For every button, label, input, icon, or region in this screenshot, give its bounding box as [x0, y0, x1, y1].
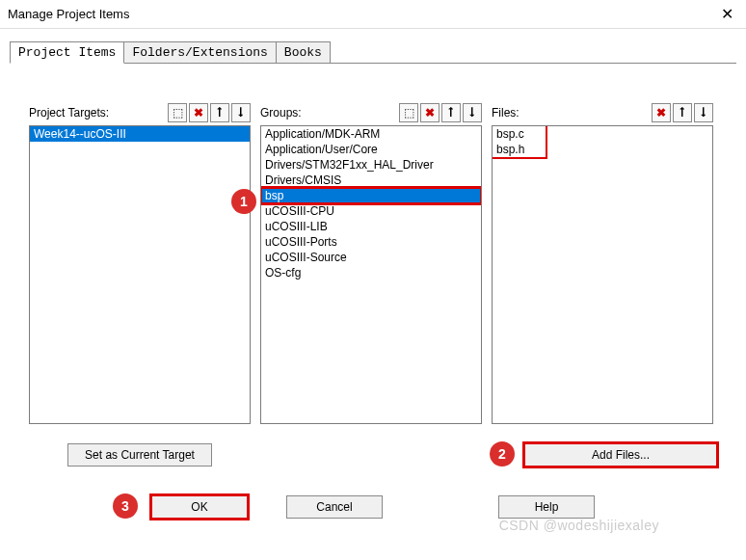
help-button[interactable]: Help [498, 495, 595, 519]
groups-label: Groups: [260, 106, 397, 120]
ok-button[interactable]: OK [151, 495, 248, 519]
close-icon[interactable]: ✕ [715, 5, 738, 23]
bottom-button-row: 3 OK Cancel Help [10, 495, 736, 528]
column-files: Files: ✖ 🠕 🠗 bsp.c bsp.h [492, 102, 713, 424]
panel-area: Project Targets: ⬚ ✖ 🠕 🠗 Week14--ucOS-II… [10, 64, 736, 434]
list-item[interactable]: Week14--ucOS-III [30, 126, 250, 142]
tab-bar: Project Items Folders/Extensions Books [10, 40, 736, 64]
list-item[interactable]: bsp [261, 188, 481, 203]
tab-books[interactable]: Books [276, 41, 331, 63]
list-item[interactable]: Application/MDK-ARM [261, 126, 481, 142]
files-listbox[interactable]: bsp.c bsp.h [492, 125, 713, 424]
list-item[interactable]: bsp.h [493, 142, 712, 157]
list-item[interactable]: uCOSIII-LIB [261, 219, 481, 234]
list-item[interactable]: OS-cfg [261, 265, 481, 280]
down-icon[interactable]: 🠗 [694, 103, 713, 122]
up-icon[interactable]: 🠕 [673, 103, 692, 122]
column-groups: 1 Groups: ⬚ ✖ 🠕 🠗 Application/MDK-ARM Ap… [260, 102, 482, 424]
list-item[interactable]: uCOSIII-Ports [261, 234, 481, 250]
cancel-button[interactable]: Cancel [286, 495, 383, 519]
new-icon[interactable]: ⬚ [168, 103, 187, 122]
files-label: Files: [492, 106, 650, 120]
annotation-marker: 2 [490, 441, 515, 467]
dialog-content: Project Items Folders/Extensions Books P… [0, 29, 746, 528]
targets-listbox[interactable]: Week14--ucOS-III [29, 125, 251, 424]
delete-icon[interactable]: ✖ [420, 103, 440, 122]
files-header: Files: ✖ 🠕 🠗 [492, 102, 713, 123]
delete-icon[interactable]: ✖ [652, 103, 671, 122]
groups-listbox[interactable]: Application/MDK-ARM Application/User/Cor… [260, 125, 482, 424]
add-files-button[interactable]: Add Files... [524, 443, 717, 467]
list-item[interactable]: Application/User/Core [261, 142, 481, 157]
list-item[interactable]: bsp.c [493, 126, 712, 142]
list-item[interactable]: uCOSIII-CPU [261, 203, 481, 219]
title-bar: Manage Project Items ✕ [0, 0, 746, 29]
list-item[interactable]: uCOSIII-Source [261, 250, 481, 265]
list-item[interactable]: Drivers/STM32F1xx_HAL_Driver [261, 157, 481, 173]
new-icon[interactable]: ⬚ [399, 103, 418, 122]
tab-folders-extensions[interactable]: Folders/Extensions [123, 41, 276, 63]
targets-label: Project Targets: [29, 106, 166, 120]
down-icon[interactable]: 🠗 [231, 103, 251, 122]
window-title: Manage Project Items [8, 7, 715, 21]
list-item[interactable]: Drivers/CMSIS [261, 173, 481, 188]
up-icon[interactable]: 🠕 [441, 103, 461, 122]
column-targets: Project Targets: ⬚ ✖ 🠕 🠗 Week14--ucOS-II… [29, 102, 251, 424]
tab-project-items[interactable]: Project Items [10, 41, 124, 64]
targets-header: Project Targets: ⬚ ✖ 🠕 🠗 [29, 102, 251, 123]
below-row: Set as Current Target 2 Add Files... [10, 434, 736, 467]
set-current-target-button[interactable]: Set as Current Target [67, 443, 212, 467]
up-icon[interactable]: 🠕 [210, 103, 229, 122]
groups-header: Groups: ⬚ ✖ 🠕 🠗 [260, 102, 482, 123]
delete-icon[interactable]: ✖ [189, 103, 208, 122]
annotation-marker: 3 [113, 493, 138, 519]
annotation-marker: 1 [231, 189, 256, 214]
down-icon[interactable]: 🠗 [463, 103, 482, 122]
